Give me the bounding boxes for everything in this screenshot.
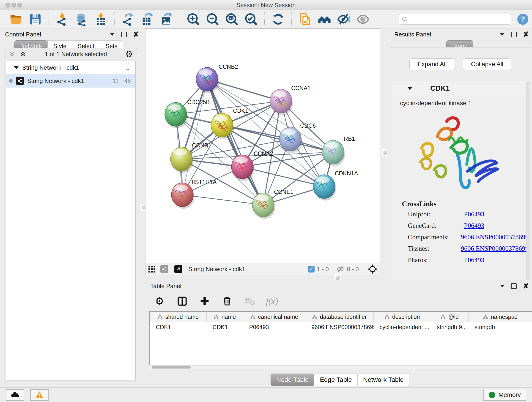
- cell-description[interactable]: cyclin-dependent ...: [374, 322, 431, 332]
- network-node-CDC25B[interactable]: CDC25B: [165, 99, 210, 128]
- export-image-button[interactable]: [157, 12, 176, 27]
- column-header--id[interactable]: @id: [431, 312, 469, 322]
- network-canvas[interactable]: CCNB2CCNA1CDC25BCDK1CDC6RB1CCNB1CCNA2CDK…: [145, 28, 380, 263]
- panel-close-icon[interactable]: ✘: [133, 32, 139, 37]
- detach-view-button[interactable]: [174, 265, 182, 273]
- column-header-description[interactable]: description: [374, 312, 431, 322]
- pharos-link[interactable]: P06493: [464, 256, 484, 264]
- panel-float-icon[interactable]: [511, 283, 517, 289]
- string-view-badge[interactable]: [160, 265, 168, 273]
- memory-button[interactable]: Memory: [483, 389, 526, 401]
- hide-selected-button[interactable]: [334, 12, 353, 27]
- first-neighbors-button[interactable]: [315, 12, 334, 27]
- panel-menu-icon[interactable]: [500, 285, 505, 287]
- export-table-button[interactable]: [138, 12, 157, 27]
- network-node-HIST1H1A[interactable]: HIST1H1A: [171, 179, 217, 209]
- delete-column-button[interactable]: [221, 295, 233, 307]
- tab-node-table[interactable]: Node Table: [271, 374, 314, 386]
- node-label-RB1: RB1: [344, 135, 355, 142]
- export-network-button[interactable]: [118, 12, 138, 27]
- right-splitter[interactable]: [380, 28, 389, 280]
- collapse-all-button[interactable]: Collapse All: [463, 58, 511, 70]
- zoom-in-button[interactable]: [184, 12, 203, 27]
- grid-view-icon[interactable]: [148, 265, 156, 273]
- network-node-CDKN1A[interactable]: CDKN1A: [313, 170, 358, 201]
- open-session-button[interactable]: [6, 12, 26, 27]
- collection-expand-caret-icon[interactable]: [14, 66, 19, 69]
- results-scrollbar[interactable]: [526, 82, 530, 290]
- selected-nodes-checkbox[interactable]: ✓: [308, 266, 315, 273]
- gene-header[interactable]: CDK1: [392, 81, 529, 96]
- gene-collapse-caret-icon[interactable]: [407, 87, 412, 90]
- table-options-gear-icon[interactable]: ⚙: [153, 295, 166, 307]
- table-hscrollbar[interactable]: [149, 365, 532, 369]
- apply-layout-button[interactable]: [268, 12, 288, 27]
- network-graph[interactable]: CCNB2CCNA1CDC25BCDK1CDC6RB1CCNB1CCNA2CDK…: [146, 29, 380, 263]
- toolbar-divider: [334, 265, 334, 273]
- save-session-button[interactable]: [26, 12, 45, 27]
- cell-name[interactable]: CDK1: [207, 322, 243, 332]
- show-columns-button[interactable]: [176, 295, 188, 307]
- network-node-CCNB2[interactable]: CCNB2: [196, 64, 238, 93]
- network-collection-row[interactable]: String Network - cdk1 1: [6, 61, 135, 74]
- zoom-selected-button[interactable]: [241, 12, 261, 27]
- show-all-button[interactable]: [353, 12, 373, 27]
- column-header-database-identifier[interactable]: database identifier: [305, 312, 374, 322]
- genecard-link[interactable]: P06493: [464, 222, 484, 230]
- network-node-CCNA1[interactable]: CCNA1: [270, 85, 311, 115]
- panel-menu-icon[interactable]: [500, 33, 505, 36]
- export-table-icon: [140, 13, 154, 26]
- network-node-RB1[interactable]: RB1: [322, 135, 355, 166]
- navigator-crosshair-icon[interactable]: [367, 264, 378, 274]
- panel-float-icon[interactable]: [511, 32, 517, 37]
- column-header-name[interactable]: name: [207, 312, 243, 322]
- cell--id[interactable]: stringdb:9...: [431, 322, 469, 332]
- table-hscrollbar-thumb[interactable]: [152, 366, 191, 369]
- network-row[interactable]: String Network - cdk1 11 48: [6, 74, 135, 88]
- window-minimize-button[interactable]: [12, 3, 16, 7]
- window-zoom-button[interactable]: [17, 3, 22, 7]
- uniprot-link[interactable]: P06493: [464, 211, 484, 218]
- string-results-frame: Expand All Collapse All CDK1 cyclin-depe…: [391, 47, 530, 298]
- cloud-status-button[interactable]: [6, 389, 24, 401]
- tab-edge-table[interactable]: Edge Table: [314, 374, 358, 386]
- import-network-file-button[interactable]: [53, 12, 72, 27]
- horizontal-splitter[interactable]: [145, 275, 380, 280]
- zoom-fit-button[interactable]: [222, 12, 241, 27]
- warnings-button[interactable]: [30, 389, 49, 401]
- crosslink-label: GeneCard:: [408, 222, 464, 230]
- column-header-canonical-name[interactable]: canonical name: [243, 312, 306, 322]
- create-column-button[interactable]: [198, 295, 211, 307]
- network-node-CDC6[interactable]: CDC6: [279, 122, 316, 153]
- window-close-button[interactable]: [6, 3, 10, 7]
- panel-close-icon[interactable]: ✘: [523, 284, 529, 288]
- expand-all-icon[interactable]: [19, 51, 26, 57]
- collapse-all-icon[interactable]: [8, 51, 15, 57]
- panel-menu-icon[interactable]: [110, 33, 114, 36]
- right-splitter-handle[interactable]: [381, 149, 389, 156]
- cell-namespac[interactable]: stringdb: [469, 322, 532, 332]
- panel-float-icon[interactable]: [121, 32, 127, 37]
- cell-shared-name[interactable]: CDK1: [150, 322, 207, 332]
- import-table-file-button[interactable]: [91, 12, 110, 27]
- search-box[interactable]: [399, 14, 511, 25]
- expand-all-button[interactable]: Expand All: [409, 58, 455, 70]
- delete-table-button-disabled: [243, 295, 256, 307]
- column-header-namespac[interactable]: namespac: [469, 312, 532, 322]
- search-input[interactable]: [408, 14, 511, 24]
- crosslink-label: Compartments:: [408, 233, 461, 241]
- clone-network-button[interactable]: [296, 12, 315, 27]
- help-button[interactable]: ?: [517, 14, 528, 25]
- network-options-gear-icon[interactable]: ⚙: [125, 49, 133, 59]
- zoom-out-button[interactable]: [203, 12, 222, 27]
- cell-database-identifier[interactable]: 9606.ENSP00000378699: [305, 322, 374, 332]
- tissues-link[interactable]: 9606.ENSP00000378699: [461, 245, 529, 252]
- table-row[interactable]: CDK1CDK1P064939606.ENSP00000378699cyclin…: [150, 322, 532, 332]
- compartments-link[interactable]: 9606.ENSP00000378699: [461, 233, 529, 241]
- cell-canonical-name[interactable]: P06493: [243, 322, 306, 332]
- network-node-CCNB1[interactable]: CCNB1: [171, 142, 211, 173]
- panel-close-icon[interactable]: ✘: [523, 32, 529, 37]
- import-network-database-button[interactable]: [72, 12, 91, 27]
- column-header-shared-name[interactable]: shared name: [150, 312, 207, 322]
- tab-network-table[interactable]: Network Table: [357, 374, 409, 386]
